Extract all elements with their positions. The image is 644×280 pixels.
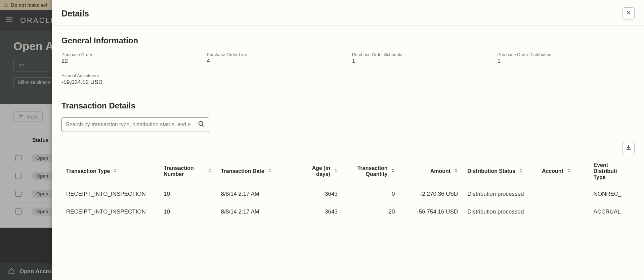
cell-amount: -2,270.36 USD bbox=[400, 185, 463, 203]
general-info-heading: General Information bbox=[61, 36, 635, 45]
col-transaction-type[interactable]: Transaction Type bbox=[61, 157, 159, 185]
col-label: Transaction Number bbox=[164, 165, 204, 177]
cell-qty: 0 bbox=[342, 185, 400, 203]
transaction-details-heading: Transaction Details bbox=[61, 101, 635, 110]
cell-age: 3643 bbox=[296, 203, 342, 221]
field-purchase-order-schedule: Purchase Order Schedule 1 bbox=[352, 52, 489, 64]
details-panel: Details General Information Purchase Ord… bbox=[52, 0, 644, 280]
cell-event-type: ACCRUAL bbox=[589, 203, 635, 221]
download-button[interactable] bbox=[622, 142, 635, 154]
download-row bbox=[61, 142, 635, 154]
sort-icon bbox=[454, 168, 458, 174]
sort-icon bbox=[567, 168, 571, 174]
sort-icon bbox=[113, 168, 117, 174]
col-label: Age (in days) bbox=[301, 165, 330, 177]
sort-icon bbox=[208, 168, 212, 174]
cell-dist-status: Distribution processed bbox=[463, 185, 537, 203]
field-purchase-order: Purchase Order 22 bbox=[61, 52, 199, 64]
col-transaction-date[interactable]: Transaction Date bbox=[216, 157, 297, 185]
col-transaction-number[interactable]: Transaction Number bbox=[159, 157, 216, 185]
search-row bbox=[61, 117, 635, 132]
table-row[interactable]: RECEIPT_INTO_INSPECTION 10 8/8/14 2:17 A… bbox=[61, 203, 635, 221]
general-info-grid: Purchase Order 22 Purchase Order Line 4 … bbox=[61, 52, 635, 86]
field-label: Purchase Order Schedule bbox=[352, 52, 489, 57]
cell-number: 10 bbox=[159, 203, 216, 221]
field-value: 22 bbox=[61, 58, 199, 64]
cell-account bbox=[537, 203, 589, 221]
field-label: Purchase Order bbox=[61, 52, 199, 57]
svg-line-6 bbox=[202, 125, 204, 126]
col-label: Distribution Status bbox=[467, 168, 515, 174]
col-label: Amount bbox=[430, 168, 450, 174]
col-account[interactable]: Account bbox=[537, 157, 589, 185]
close-icon bbox=[626, 10, 631, 17]
search-box bbox=[61, 117, 209, 132]
field-label: Accrual Adjustment bbox=[61, 73, 199, 78]
transaction-search-input[interactable] bbox=[66, 122, 194, 128]
panel-header: Details bbox=[52, 0, 644, 26]
close-button[interactable] bbox=[622, 7, 635, 19]
field-label: Purchase Order Distribution bbox=[498, 52, 635, 57]
field-purchase-order-line: Purchase Order Line 4 bbox=[207, 52, 344, 64]
sort-icon bbox=[519, 168, 523, 174]
sort-icon bbox=[391, 168, 395, 174]
search-icon[interactable] bbox=[198, 120, 205, 129]
cell-event-type: NONREC_ bbox=[589, 185, 635, 203]
panel-body: General Information Purchase Order 22 Pu… bbox=[52, 26, 644, 280]
col-label: Event Distributi Type bbox=[593, 162, 630, 180]
cell-type: RECEIPT_INTO_INSPECTION bbox=[61, 203, 159, 221]
cell-number: 10 bbox=[159, 185, 216, 203]
cell-date: 8/8/14 2:17 AM bbox=[216, 203, 297, 221]
col-amount[interactable]: Amount bbox=[400, 157, 463, 185]
field-value: 4 bbox=[207, 58, 344, 64]
field-purchase-order-distribution: Purchase Order Distribution 1 bbox=[498, 52, 635, 64]
cell-date: 8/8/14 2:17 AM bbox=[216, 185, 297, 203]
col-distribution-status[interactable]: Distribution Status bbox=[463, 157, 537, 185]
svg-point-5 bbox=[199, 122, 203, 126]
cell-qty: 20 bbox=[342, 203, 400, 221]
field-accrual-adjustment: Accrual Adjustment -59,024.52 USD bbox=[61, 73, 199, 86]
cell-account bbox=[537, 185, 589, 203]
col-age[interactable]: Age (in days) bbox=[296, 157, 342, 185]
transactions-table: Transaction Type Transaction Number Tran… bbox=[61, 157, 635, 221]
cell-amount: -56,754.16 USD bbox=[400, 203, 463, 221]
cell-age: 3643 bbox=[296, 185, 342, 203]
col-label: Transaction Date bbox=[221, 168, 264, 174]
sort-icon bbox=[268, 168, 272, 174]
download-icon bbox=[626, 144, 632, 152]
field-value: 1 bbox=[498, 58, 635, 64]
field-value: 1 bbox=[352, 58, 489, 64]
cell-type: RECEIPT_INTO_INSPECTION bbox=[61, 185, 159, 203]
col-label: Transaction Quantity bbox=[347, 165, 388, 177]
field-value: -59,024.52 USD bbox=[61, 79, 199, 86]
cell-dist-status: Distribution processed bbox=[463, 203, 537, 221]
col-transaction-quantity[interactable]: Transaction Quantity bbox=[342, 157, 400, 185]
col-label: Account bbox=[542, 168, 563, 174]
col-label: Transaction Type bbox=[66, 168, 110, 174]
sort-icon bbox=[334, 168, 338, 174]
col-event-distribution-type[interactable]: Event Distributi Type bbox=[589, 157, 635, 185]
panel-title: Details bbox=[61, 9, 89, 18]
table-row[interactable]: RECEIPT_INTO_INSPECTION 10 8/8/14 2:17 A… bbox=[61, 185, 635, 203]
field-label: Purchase Order Line bbox=[207, 52, 344, 57]
